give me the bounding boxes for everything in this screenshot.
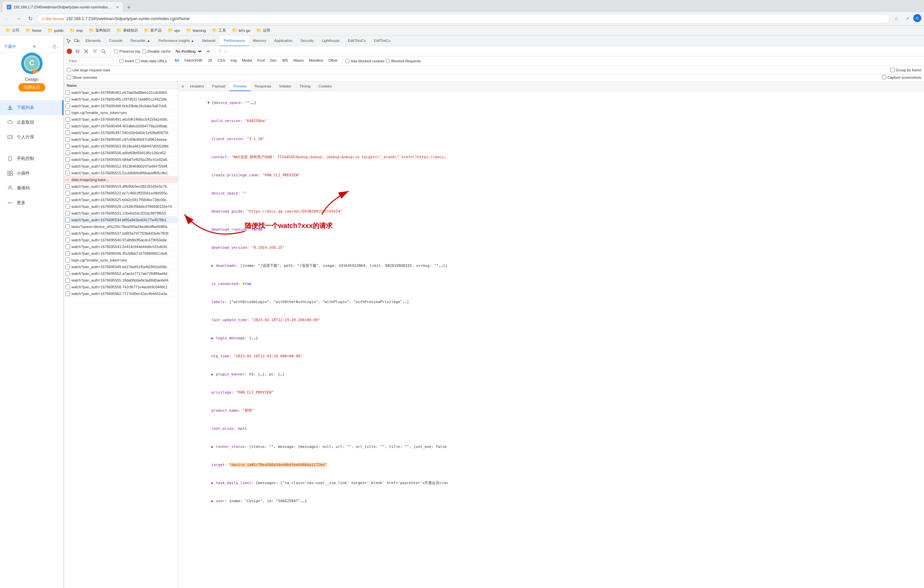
detail-tab-payload[interactable]: Payload bbox=[208, 82, 230, 91]
request-checkbox[interactable] bbox=[65, 224, 70, 229]
request-item[interactable]: watch?pan_auth=1676695531.12bebd1bc202dc… bbox=[64, 210, 178, 217]
bookmark-item-letsgo[interactable]: 📁 let's go bbox=[229, 27, 253, 33]
request-item[interactable]: watch?pan_auth=1676695506.a66d59bf584195… bbox=[64, 150, 178, 156]
active-tab[interactable]: C 192.168.1.7:2345/webman/3rdparty/pan-x… bbox=[3, 2, 123, 12]
request-checkbox[interactable] bbox=[65, 285, 70, 289]
devtools-tab-elements[interactable]: Elements bbox=[81, 36, 105, 46]
group-by-frame-option[interactable]: Group by frame bbox=[890, 68, 921, 72]
request-item[interactable]: tasks?space=device_id%235c78ea560a34ed4b… bbox=[64, 223, 178, 230]
devtools-tab-perf-insights[interactable]: Performance insights ▲ bbox=[154, 36, 198, 46]
request-item[interactable]: login.cgi?enable_syno_token=yes bbox=[64, 257, 178, 264]
request-checkbox[interactable] bbox=[65, 271, 70, 276]
request-item[interactable]: watch?pan_auth=1676695558.742cf6771e4ac8… bbox=[64, 283, 178, 290]
request-item-data-image[interactable]: —data:image/png;base... bbox=[64, 176, 178, 183]
request-item[interactable]: watch?pan_auth=1676695522.dc7c4661ff2558… bbox=[64, 190, 178, 196]
devtools-tab-memory[interactable]: Application bbox=[270, 36, 296, 46]
forward-btn[interactable]: → bbox=[14, 14, 23, 23]
request-item[interactable]: watch?pan_auth=1676695540.97afb8b0f5acdc… bbox=[64, 237, 178, 244]
request-item[interactable]: watch?pan_auth=1676695537.bd6f3a7977f28e… bbox=[64, 230, 178, 237]
request-checkbox[interactable] bbox=[65, 130, 70, 135]
blocked-requests-input[interactable] bbox=[386, 59, 390, 63]
show-overview-option[interactable]: Show overview bbox=[67, 75, 97, 79]
request-item[interactable]: watch?pan_auth=1676695546.35c58bb7167688… bbox=[64, 250, 178, 257]
devtools-tab-editthisco[interactable]: EditThisCo bbox=[370, 36, 394, 46]
network-conditions-icon[interactable] bbox=[205, 48, 211, 54]
disable-cache-checkbox[interactable]: Disable cache bbox=[142, 49, 171, 53]
bookmark-item-home[interactable]: 📁 home bbox=[23, 27, 44, 33]
filter-css-btn[interactable]: CSS bbox=[216, 58, 227, 64]
filter-media-btn[interactable]: Media bbox=[240, 58, 254, 64]
request-item[interactable]: watch?pan_auth=1676695485.c0f7d5317aa96f… bbox=[64, 96, 178, 102]
request-item[interactable]: watch?pan_auth=1676695509.684df7ef826a19… bbox=[64, 156, 178, 163]
sidebar-item-download-list[interactable]: 下载列表 bbox=[0, 100, 63, 115]
sidebar-item-more[interactable]: 更多 bbox=[0, 196, 63, 210]
large-rows-option[interactable]: Use large request rows bbox=[67, 68, 110, 72]
devtools-tab-application[interactable]: Security bbox=[296, 36, 318, 46]
request-checkbox[interactable] bbox=[65, 198, 70, 202]
bookmark-item-vps[interactable]: 📁 vps bbox=[165, 27, 183, 33]
request-checkbox[interactable] bbox=[65, 184, 70, 189]
request-checkbox[interactable] bbox=[65, 204, 70, 209]
sidebar-item-small-plugins[interactable]: 小插件 bbox=[0, 166, 63, 181]
search-icon-btn[interactable] bbox=[100, 48, 107, 54]
filter-icon-btn[interactable] bbox=[92, 48, 98, 54]
request-item[interactable]: watch?pan_auth=1676695549.bd17bd451f5e8d… bbox=[64, 264, 178, 270]
address-box[interactable]: ⚠ Not Secure 192.168.1.7:2345/webman/3rd… bbox=[37, 14, 890, 23]
request-checkbox[interactable] bbox=[65, 171, 70, 175]
request-item[interactable]: watch?pan_auth=1676695497.5401f2e9a50c1e… bbox=[64, 129, 178, 136]
profile-btn[interactable]: G bbox=[913, 14, 921, 22]
has-blocked-cookies-input[interactable] bbox=[345, 59, 349, 63]
filter-input[interactable] bbox=[67, 58, 114, 64]
devtools-tab-performance[interactable]: Memory bbox=[249, 36, 270, 46]
devtools-tab-security[interactable]: Lighthouse bbox=[318, 36, 344, 46]
filter-other-btn[interactable]: Other bbox=[326, 58, 340, 64]
clear-btn[interactable] bbox=[83, 48, 89, 54]
bookmark-item-jiagouzhishi[interactable]: 📁 架构知识 bbox=[86, 27, 113, 33]
filter-img-btn[interactable]: Img bbox=[229, 58, 239, 64]
hide-data-urls-checkbox[interactable]: Hide data URLs bbox=[135, 59, 167, 63]
devtools-tab-lighthouse[interactable]: EditThisCo bbox=[344, 36, 370, 46]
request-checkbox[interactable] bbox=[65, 150, 70, 155]
request-item[interactable]: watch?pan_auth=1676695543.2e414c944d44d4… bbox=[64, 244, 178, 250]
invert-input[interactable] bbox=[119, 59, 124, 63]
filter-ws-btn[interactable]: WS bbox=[280, 58, 290, 64]
sidebar-item-personal-library[interactable]: 个人片库 bbox=[0, 130, 63, 145]
bookmark-btn[interactable]: ☆ bbox=[892, 14, 901, 23]
detail-tab-preview[interactable]: Preview bbox=[229, 82, 251, 91]
bookmark-item-xinchangpin[interactable]: 📁 新产品 bbox=[141, 27, 164, 33]
request-checkbox[interactable] bbox=[65, 217, 70, 222]
upload-arrow-btn[interactable]: ↑ bbox=[219, 48, 221, 54]
sidebar-item-invite-code[interactable]: 邀请码 bbox=[0, 181, 63, 196]
device-icon[interactable] bbox=[73, 38, 80, 44]
request-item[interactable]: watch?pan_auth=1676695494.401dbbcb03b477… bbox=[64, 123, 178, 129]
request-checkbox[interactable] bbox=[65, 238, 70, 242]
request-item[interactable]: login.cgi?enable_syno_token=yes bbox=[64, 109, 178, 116]
capture-screenshots-input[interactable] bbox=[882, 75, 886, 79]
hide-data-urls-input[interactable] bbox=[135, 59, 139, 63]
request-item[interactable]: watch?pan_auth=1676695503.8518ea46146644… bbox=[64, 143, 178, 150]
request-item[interactable]: watch?pan_auth=1676695555.18da08dda8e3a8… bbox=[64, 277, 178, 283]
bookmark-item-gongju[interactable]: 📁 工具 bbox=[209, 27, 229, 33]
filter-wasm-btn[interactable]: Wasm bbox=[291, 58, 306, 64]
request-checkbox[interactable] bbox=[65, 211, 70, 216]
preserve-log-checkbox[interactable]: Preserve log bbox=[114, 49, 140, 53]
show-overview-input[interactable] bbox=[67, 75, 71, 79]
preview-content[interactable]: ▼ {device_space: "",…} build_version: "6… bbox=[178, 91, 924, 588]
request-checkbox[interactable] bbox=[65, 251, 70, 256]
request-item[interactable]: watch?pan_auth=1676695512.93138468b0247a… bbox=[64, 163, 178, 170]
request-item[interactable]: watch?pan_auth=1676695515.51cb68b9d9f9ea… bbox=[64, 170, 178, 176]
group-by-frame-input[interactable] bbox=[890, 68, 894, 72]
download-close-btn[interactable]: × bbox=[33, 44, 36, 49]
bookmark-item-jiichuzhishi[interactable]: 📁 基础知识 bbox=[114, 27, 140, 33]
stop-recording-btn[interactable] bbox=[74, 48, 81, 54]
request-checkbox[interactable] bbox=[65, 124, 70, 128]
detail-close-btn[interactable]: × bbox=[179, 83, 186, 90]
has-blocked-cookies-checkbox[interactable]: Has blocked cookies bbox=[345, 59, 384, 63]
request-item[interactable]: watch?pan_auth=1676695500.c97c69b45687c8… bbox=[64, 136, 178, 143]
disable-cache-input[interactable] bbox=[142, 49, 146, 53]
inspect-icon[interactable] bbox=[65, 38, 72, 44]
request-checkbox[interactable] bbox=[65, 278, 70, 283]
filter-doc-btn[interactable]: Doc bbox=[268, 58, 279, 64]
detail-tab-initiator[interactable]: Initiator bbox=[275, 82, 295, 91]
bookmark-item-yunying[interactable]: 📁 运营 bbox=[254, 27, 273, 33]
